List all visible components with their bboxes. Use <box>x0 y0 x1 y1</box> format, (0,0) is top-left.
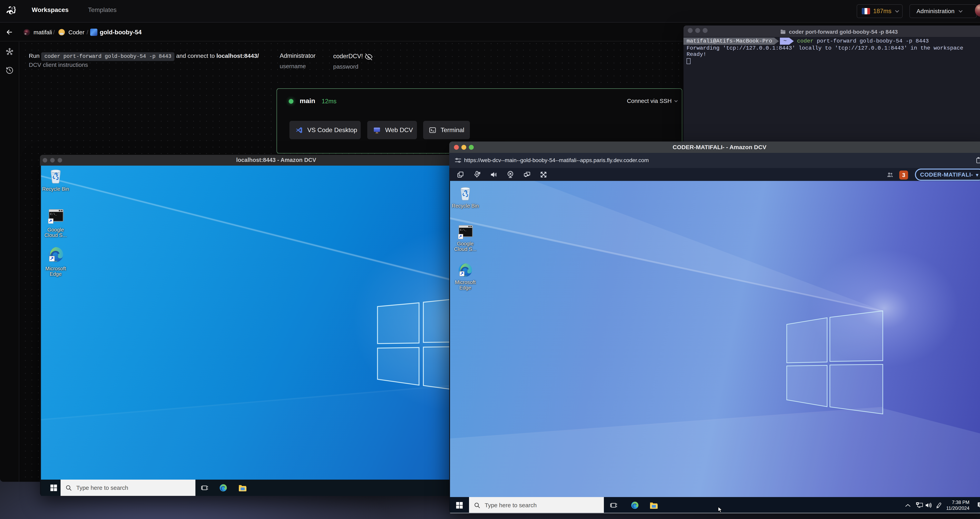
svg-text:C:\_: C:\_ <box>50 213 57 216</box>
svg-text:C:\_: C:\_ <box>460 229 466 231</box>
